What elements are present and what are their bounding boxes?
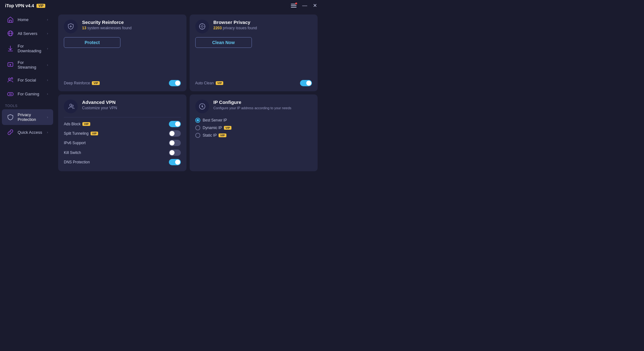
auto-clean-toggle[interactable] xyxy=(300,80,312,86)
svg-point-11 xyxy=(11,94,12,95)
sidebar-item-home[interactable]: Home › xyxy=(2,13,53,26)
app-title: iTop VPN v4.4 xyxy=(5,3,34,8)
sidebar-label-home: Home xyxy=(18,17,43,22)
radio-circle-static-ip xyxy=(195,133,200,138)
ads-block-label: Ads Block VIP xyxy=(64,122,90,126)
kill-switch-toggle-thumb xyxy=(169,150,175,155)
radio-label-best-server: Best Server IP xyxy=(203,118,227,122)
advanced-vpn-header: Advanced VPN Customize your VPN xyxy=(64,99,181,117)
browser-privacy-title-block: Browser Privacy 2203 privacy issues foun… xyxy=(214,20,257,30)
radio-circle-best-server xyxy=(195,118,200,123)
browser-privacy-title: Browser Privacy xyxy=(214,20,257,25)
menu-line-3 xyxy=(291,7,297,8)
radio-circle-dynamic-ip xyxy=(195,125,200,130)
kill-switch-toggle[interactable] xyxy=(169,150,181,156)
link-icon xyxy=(7,129,14,136)
title-bar-controls: — ✕ xyxy=(291,3,317,8)
radio-static-ip[interactable]: Static IP VIP xyxy=(195,133,312,138)
svg-point-5 xyxy=(8,78,10,80)
deep-reinforce-label: Deep Reinforce xyxy=(64,81,90,85)
sidebar-arrow-home: › xyxy=(47,18,48,21)
sidebar-arrow-quick-access: › xyxy=(47,130,48,134)
split-tunneling-toggle[interactable] xyxy=(169,130,181,137)
ip-configure-header: IP Configure Configure your IP address a… xyxy=(195,99,312,113)
browser-issues-count: 2203 xyxy=(214,26,222,30)
auto-clean-label-wrap: Auto Clean VIP xyxy=(195,81,224,85)
ip-radio-group: Best Server IP Dynamic IP VIP Static IP … xyxy=(195,118,312,138)
static-ip-vip: VIP xyxy=(219,133,226,137)
sidebar-item-all-servers[interactable]: All Servers › xyxy=(2,27,53,40)
ipv6-support-label: IPv6 Support xyxy=(64,141,86,145)
clean-now-button[interactable]: Clean Now xyxy=(195,37,252,48)
radio-dynamic-ip[interactable]: Dynamic IP VIP xyxy=(195,125,312,130)
svg-point-20 xyxy=(70,104,72,106)
sidebar-item-for-social[interactable]: For Social › xyxy=(2,73,53,87)
sidebar-item-privacy-protection[interactable]: Privacy Protection › xyxy=(2,109,53,125)
title-bar: iTop VPN v4.4 VIP — ✕ xyxy=(0,0,322,10)
sidebar-item-for-downloading[interactable]: For Downloading › xyxy=(2,41,53,56)
close-button[interactable]: ✕ xyxy=(313,3,317,8)
compass-icon xyxy=(198,23,206,30)
dns-protection-row: DNS Protection xyxy=(64,158,181,166)
advanced-vpn-icon xyxy=(67,103,75,110)
sidebar-item-for-gaming[interactable]: For Gaming › xyxy=(2,87,53,100)
radio-best-server-ip[interactable]: Best Server IP xyxy=(195,118,312,123)
play-icon xyxy=(7,61,14,68)
ipv6-support-row: IPv6 Support xyxy=(64,139,181,147)
radio-label-static-ip: Static IP VIP xyxy=(203,133,226,138)
sidebar-label-for-social: For Social xyxy=(18,78,43,82)
auto-clean-toggle-thumb xyxy=(306,81,311,86)
social-icon xyxy=(7,76,14,83)
security-reinforce-title-block: Security Reinforce 13 system weaknesses … xyxy=(82,20,131,30)
sidebar-label-for-gaming: For Gaming xyxy=(18,92,43,96)
ads-block-row: Ads Block VIP xyxy=(64,120,181,128)
sidebar-arrow-privacy-protection: › xyxy=(47,115,48,119)
globe-icon xyxy=(7,30,14,37)
deep-reinforce-vip: VIP xyxy=(92,81,100,85)
browser-privacy-subtitle: 2203 privacy issues found xyxy=(214,26,257,30)
ads-block-toggle[interactable] xyxy=(169,121,181,127)
sidebar-arrow-for-social: › xyxy=(47,78,48,82)
dns-protection-toggle-thumb xyxy=(175,160,180,165)
menu-dot xyxy=(295,3,297,4)
security-footer-row: Deep Reinforce VIP xyxy=(64,80,181,86)
main-layout: Home › All Servers › For Downloading › F… xyxy=(0,10,322,176)
ipv6-support-toggle-thumb xyxy=(169,140,175,145)
dns-protection-toggle[interactable] xyxy=(169,159,181,165)
security-weakness-suffix: system weaknesses found xyxy=(87,26,132,30)
svg-point-21 xyxy=(72,105,74,107)
sidebar-label-for-streaming: For Streaming xyxy=(18,60,43,70)
security-reinforce-icon-wrap xyxy=(64,20,78,33)
dns-protection-label: DNS Protection xyxy=(64,160,90,164)
svg-point-23 xyxy=(202,106,203,107)
browser-privacy-header: Browser Privacy 2203 privacy issues foun… xyxy=(195,20,312,33)
security-weakness-count: 13 xyxy=(82,26,86,30)
security-reinforce-card: Security Reinforce 13 system weaknesses … xyxy=(58,14,186,91)
ip-configure-title: IP Configure xyxy=(214,99,291,105)
ip-configure-title-block: IP Configure Configure your IP address a… xyxy=(214,99,291,110)
sidebar-label-quick-access: Quick Access xyxy=(18,130,43,135)
protect-button[interactable]: Protect xyxy=(64,37,120,48)
ipv6-support-toggle[interactable] xyxy=(169,140,181,146)
split-tunneling-vip: VIP xyxy=(91,132,98,135)
sidebar-item-quick-access[interactable]: Quick Access › xyxy=(2,126,53,139)
download-icon xyxy=(7,45,14,52)
sidebar-item-for-streaming[interactable]: For Streaming › xyxy=(2,57,53,73)
menu-button[interactable] xyxy=(291,4,297,8)
toggle-rows: Ads Block VIP Split Tunneling VIP xyxy=(64,117,181,166)
advanced-vpn-title-block: Advanced VPN Customize your VPN xyxy=(82,99,117,110)
ip-configure-subtitle: Configure your IP address according to y… xyxy=(214,106,291,110)
svg-point-6 xyxy=(11,78,13,79)
title-vip-badge: VIP xyxy=(36,4,45,8)
minimize-button[interactable]: — xyxy=(302,3,307,8)
sidebar-arrow-all-servers: › xyxy=(47,31,48,35)
ads-block-toggle-thumb xyxy=(175,122,180,127)
split-tunneling-toggle-thumb xyxy=(169,131,175,136)
advanced-vpn-card: Advanced VPN Customize your VPN Ads Bloc… xyxy=(58,94,186,171)
security-reinforce-subtitle: 13 system weaknesses found xyxy=(82,26,131,30)
sidebar-label-privacy-protection: Privacy Protection xyxy=(18,112,43,122)
deep-reinforce-toggle[interactable] xyxy=(169,80,181,86)
auto-clean-vip: VIP xyxy=(216,81,224,85)
gaming-icon xyxy=(7,90,14,97)
svg-point-15 xyxy=(201,25,203,27)
